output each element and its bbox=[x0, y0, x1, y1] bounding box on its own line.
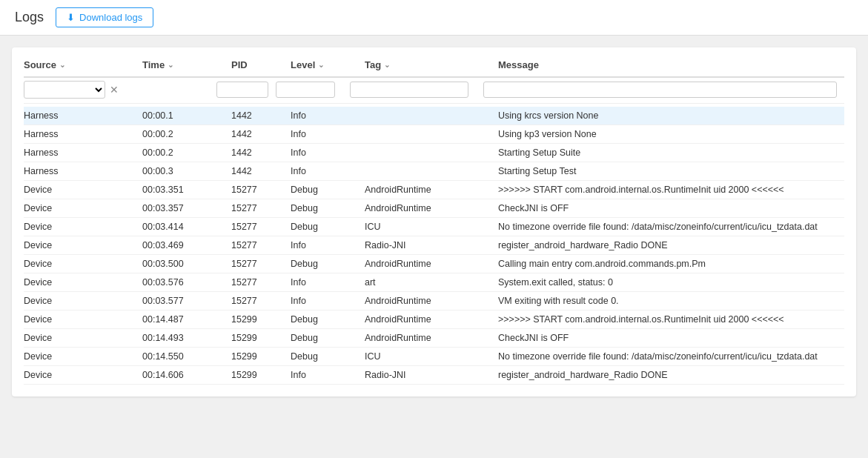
cell-message: Starting Setup Suite bbox=[498, 147, 844, 158]
cell-time: 00:14.493 bbox=[142, 333, 231, 343]
table-row: Harness 00:00.2 1442 Info Using kp3 vers… bbox=[24, 125, 844, 144]
cell-message: System.exit called, status: 0 bbox=[498, 277, 844, 288]
cell-tag: AndroidRuntime bbox=[365, 185, 498, 195]
filter-message-container bbox=[483, 82, 844, 98]
cell-message: register_android_hardware_Radio DONE bbox=[498, 370, 844, 380]
cell-pid: 15277 bbox=[231, 296, 291, 306]
cell-pid: 1442 bbox=[231, 129, 291, 139]
cell-time: 00:03.577 bbox=[142, 296, 231, 306]
cell-time: 00:14.606 bbox=[142, 370, 231, 380]
cell-message: VM exiting with result code 0. bbox=[498, 296, 844, 306]
cell-tag: AndroidRuntime bbox=[365, 314, 498, 325]
download-icon: ⬇ bbox=[67, 12, 75, 23]
cell-tag: ICU bbox=[365, 351, 498, 362]
col-header-pid[interactable]: PID bbox=[231, 59, 291, 70]
cell-level: Debug bbox=[291, 351, 365, 362]
table-row: Harness 00:00.3 1442 Info Starting Setup… bbox=[24, 162, 844, 181]
cell-source: Device bbox=[24, 296, 142, 306]
table-row: Device 00:14.493 15299 Debug AndroidRunt… bbox=[24, 329, 844, 348]
message-filter-input[interactable] bbox=[483, 82, 837, 98]
content-area: Source ⌄ Time ⌄ PID Level ⌄ Tag ⌄ Messag… bbox=[12, 47, 856, 396]
col-header-tag[interactable]: Tag ⌄ bbox=[365, 59, 498, 70]
cell-pid: 15299 bbox=[231, 351, 291, 362]
cell-level: Info bbox=[291, 166, 365, 176]
cell-message: >>>>>> START com.android.internal.os.Run… bbox=[498, 185, 844, 195]
cell-source: Device bbox=[24, 370, 142, 380]
cell-pid: 15299 bbox=[231, 314, 291, 325]
col-header-time[interactable]: Time ⌄ bbox=[142, 59, 231, 70]
table-row: Device 00:03.500 15277 Debug AndroidRunt… bbox=[24, 255, 844, 273]
download-logs-label: Download logs bbox=[79, 12, 142, 23]
col-header-level[interactable]: Level ⌄ bbox=[291, 59, 365, 70]
level-filter-input[interactable] bbox=[276, 82, 335, 98]
cell-time: 00:00.3 bbox=[142, 166, 231, 176]
cell-level: Info bbox=[291, 129, 365, 139]
cell-level: Debug bbox=[291, 203, 365, 213]
pid-filter-input[interactable] bbox=[216, 82, 268, 98]
top-bar: Logs ⬇ Download logs bbox=[0, 0, 868, 36]
cell-level: Info bbox=[291, 240, 365, 250]
cell-level: Debug bbox=[291, 333, 365, 343]
cell-message: CheckJNI is OFF bbox=[498, 203, 844, 213]
cell-time: 00:14.487 bbox=[142, 314, 231, 325]
cell-time: 00:00.1 bbox=[142, 110, 231, 121]
download-logs-button[interactable]: ⬇ Download logs bbox=[56, 7, 153, 27]
cell-source: Device bbox=[24, 185, 142, 195]
cell-message: Starting Setup Test bbox=[498, 166, 844, 176]
cell-source: Harness bbox=[24, 129, 142, 139]
cell-level: Info bbox=[291, 277, 365, 288]
cell-tag: art bbox=[365, 277, 498, 288]
filter-level-container bbox=[276, 82, 350, 98]
cell-pid: 15299 bbox=[231, 333, 291, 343]
table-row: Device 00:03.576 15277 Info art System.e… bbox=[24, 273, 844, 292]
data-table-wrapper[interactable]: Harness 00:00.1 1442 Info Using krcs ver… bbox=[24, 107, 844, 385]
cell-source: Device bbox=[24, 240, 142, 250]
cell-time: 00:00.2 bbox=[142, 147, 231, 158]
chevron-down-icon: ⌄ bbox=[318, 61, 324, 69]
filter-tag-container bbox=[350, 82, 483, 98]
filter-source-container: Harness Device ✕ bbox=[24, 81, 127, 99]
filter-row: Harness Device ✕ bbox=[24, 81, 844, 104]
cell-pid: 1442 bbox=[231, 147, 291, 158]
table-row: Device 00:03.351 15277 Debug AndroidRunt… bbox=[24, 181, 844, 199]
cell-time: 00:00.2 bbox=[142, 129, 231, 139]
table-row: Harness 00:00.1 1442 Info Using krcs ver… bbox=[24, 107, 844, 125]
cell-time: 00:03.357 bbox=[142, 203, 231, 213]
cell-message: Using kp3 version None bbox=[498, 129, 844, 139]
tag-filter-input[interactable] bbox=[350, 82, 468, 98]
filter-clear-button[interactable]: ✕ bbox=[108, 84, 120, 96]
table-row: Device 00:03.577 15277 Info AndroidRunti… bbox=[24, 292, 844, 311]
logs-table: Source ⌄ Time ⌄ PID Level ⌄ Tag ⌄ Messag… bbox=[24, 59, 844, 385]
cell-message: >>>>>> START com.android.internal.os.Run… bbox=[498, 314, 844, 325]
col-header-source[interactable]: Source ⌄ bbox=[24, 59, 142, 70]
cell-pid: 15277 bbox=[231, 185, 291, 195]
cell-time: 00:03.469 bbox=[142, 240, 231, 250]
cell-level: Info bbox=[291, 147, 365, 158]
chevron-down-icon: ⌄ bbox=[168, 61, 173, 69]
cell-tag: AndroidRuntime bbox=[365, 259, 498, 269]
cell-tag: Radio-JNI bbox=[365, 370, 498, 380]
cell-message: Calling main entry com.android.commands.… bbox=[498, 259, 844, 269]
cell-level: Debug bbox=[291, 314, 365, 325]
cell-message: register_android_hardware_Radio DONE bbox=[498, 240, 844, 250]
cell-source: Harness bbox=[24, 110, 142, 121]
cell-pid: 15277 bbox=[231, 203, 291, 213]
filter-pid-container bbox=[216, 82, 276, 98]
cell-source: Device bbox=[24, 351, 142, 362]
cell-time: 00:03.414 bbox=[142, 222, 231, 232]
page-title: Logs bbox=[15, 10, 44, 25]
source-filter-select[interactable]: Harness Device bbox=[24, 81, 105, 99]
cell-source: Device bbox=[24, 277, 142, 288]
col-header-message[interactable]: Message bbox=[498, 59, 844, 70]
cell-message: CheckJNI is OFF bbox=[498, 333, 844, 343]
cell-source: Device bbox=[24, 314, 142, 325]
table-row: Device 00:03.357 15277 Debug AndroidRunt… bbox=[24, 199, 844, 218]
cell-tag: AndroidRuntime bbox=[365, 296, 498, 306]
cell-source: Harness bbox=[24, 166, 142, 176]
cell-pid: 15277 bbox=[231, 240, 291, 250]
cell-source: Harness bbox=[24, 147, 142, 158]
cell-tag: AndroidRuntime bbox=[365, 203, 498, 213]
cell-level: Debug bbox=[291, 259, 365, 269]
cell-level: Info bbox=[291, 370, 365, 380]
cell-message: Using krcs version None bbox=[498, 110, 844, 121]
